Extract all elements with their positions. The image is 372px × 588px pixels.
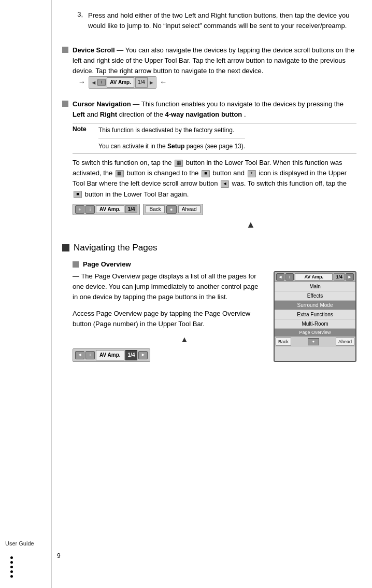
page-number: 9 xyxy=(57,552,61,559)
nav-dots xyxy=(10,556,13,578)
menu-item-effects: Effects xyxy=(275,291,355,301)
page-overview-cols: — The Page Overview page displays a list… xyxy=(73,271,356,362)
device-right-btn: ► xyxy=(346,273,354,281)
nav-pages-square xyxy=(62,244,69,251)
cursor-nav-para: To switch this function on, tap the ▦ bu… xyxy=(73,158,356,200)
page-overview-header: Page Overview xyxy=(73,260,356,268)
cursor-nav-device-label: AV Amp. xyxy=(96,205,124,213)
right-bold: Right xyxy=(100,110,117,118)
device-page-num: 1/4 xyxy=(334,273,345,281)
period: . xyxy=(244,110,246,118)
cursor-nav-section: Cursor Navigation — This function enable… xyxy=(62,99,356,230)
switch-changed-icon: ■ xyxy=(202,170,210,177)
nav-dot-5 xyxy=(10,575,13,578)
device-scroll-title: Device Scroll xyxy=(73,46,115,54)
cursor-nav-page-num: 1/4 xyxy=(125,205,138,213)
menu-item-surround: Surround Mode xyxy=(275,301,355,310)
menu-item-multi: Multi-Room xyxy=(275,319,355,329)
switch-off-icon: ■ xyxy=(74,191,82,198)
device-scroll-body: Device Scroll — You can also navigate th… xyxy=(73,45,356,89)
switch-activated-icon: ▦ xyxy=(116,170,124,177)
content-area: 3, Press and hold either of the two Left… xyxy=(52,0,372,588)
device-menu-items: Main Effects Surround Mode Extra Functio… xyxy=(275,282,355,329)
cursor-nav-toolbar-row: + i AV Amp. 1/4 Back ● Ahead xyxy=(73,204,356,215)
device-screen: ◄ i AV Amp. 1/4 ► Main Effects Surround … xyxy=(274,271,356,362)
device-amp-label: AV Amp. xyxy=(295,273,333,281)
device-scroll-section: Device Scroll — You can also navigate th… xyxy=(62,45,356,89)
device-bottom-bar: Back ● Ahead xyxy=(275,336,355,347)
bottom-left-arrow: ◄ xyxy=(75,351,84,359)
bottom-info-btn: i xyxy=(85,351,95,359)
note-line2-end: pages (see page 13). xyxy=(187,143,245,150)
left-bold: Left xyxy=(73,110,85,118)
center-nav-icon: ● xyxy=(166,205,177,214)
nav-pages-title: Navigating the Pages xyxy=(74,243,158,253)
step-3-block: 3, Press and hold either of the two Left… xyxy=(62,10,356,31)
device-scroll-square xyxy=(62,47,68,53)
right-arrow-icon: ► xyxy=(149,78,154,87)
cursor-nav-toolbar-right: Back ● Ahead xyxy=(143,204,203,215)
page-container: User Guide 3, Press and hold either of t… xyxy=(0,0,372,588)
nav-dot-4 xyxy=(10,570,13,573)
note-line1: This function is deactivated by the fact… xyxy=(98,125,245,135)
bottom-arrow-up: ▲ xyxy=(104,333,265,346)
user-guide-label: User Guide xyxy=(5,540,34,547)
left-scroll-icon: ◄ xyxy=(221,180,229,188)
nav-dot-2 xyxy=(10,561,13,564)
device-back-btn: Back xyxy=(276,338,291,346)
cursor-display-icon: + xyxy=(248,170,256,177)
cursor-nav-square xyxy=(62,101,68,107)
nav-dot-3 xyxy=(10,566,13,568)
cursor-nav-toolbar-left: + i AV Amp. 1/4 xyxy=(73,204,140,215)
cursor-nav-info-btn: i xyxy=(85,205,95,214)
note-divider xyxy=(98,138,245,138)
note-label: Note xyxy=(73,125,93,151)
ahead-btn: Ahead xyxy=(178,205,201,213)
menu-item-extra: Extra Functions xyxy=(275,310,355,319)
and-text: and xyxy=(87,110,99,118)
step-3-text: Press and hold either of the two Left an… xyxy=(88,10,356,31)
page-overview-block: Page Overview — The Page Overview page d… xyxy=(73,260,356,362)
cursor-nav-body: Cursor Navigation — This function enable… xyxy=(73,99,356,120)
nav-pages-header: Navigating the Pages xyxy=(62,243,356,253)
toolbar-device-label: AV Amp. xyxy=(107,77,134,88)
device-scroll-toolbar: ◄ i AV Amp. 1/4 ► xyxy=(89,76,156,89)
note-line2-text: You can activate it in the xyxy=(98,143,167,150)
switch-on-icon: ▦ xyxy=(175,160,183,167)
device-scroll-inline-toolbar: → ◄ i AV Amp. 1/4 ► ← xyxy=(73,78,167,86)
device-toolbar-top: ◄ i AV Amp. 1/4 ► xyxy=(275,272,355,282)
device-info-btn: i xyxy=(285,273,294,281)
page-overview-body2: Access Page Overview page by tapping the… xyxy=(73,309,265,329)
page-overview-text: — The Page Overview page displays a list… xyxy=(73,271,265,362)
bottom-device-label: AV Amp. xyxy=(96,350,124,360)
page-overview-title: Page Overview xyxy=(83,260,131,268)
page-overview-body1: — The Page Overview page displays a list… xyxy=(73,271,265,302)
nav-dot-1 xyxy=(10,556,13,559)
direction-text: direction of the xyxy=(119,110,165,118)
device-ahead-btn: Ahead xyxy=(336,338,354,346)
note-block: Note This function is deactivated by the… xyxy=(73,123,356,153)
cursor-nav-cursor-btn: + xyxy=(75,205,84,214)
left-margin: User Guide xyxy=(0,0,52,588)
bottom-right-arrow: ► xyxy=(138,351,148,359)
bottom-toolbar-sim: ◄ i AV Amp. 1/4 ► xyxy=(73,348,265,362)
setup-bold: Setup xyxy=(167,143,184,150)
device-center-btn: ● xyxy=(308,338,319,345)
left-arrow-icon: ◄ xyxy=(91,78,96,87)
info-icon: i xyxy=(97,79,106,86)
page-overview-device-label: Page Overview xyxy=(275,329,355,336)
note-line2: You can activate it in the Setup pages (… xyxy=(98,142,245,151)
page-overview-square xyxy=(73,261,79,268)
note-content: This function is deactivated by the fact… xyxy=(98,125,245,151)
four-way-bold: 4-way navigation button xyxy=(165,110,242,118)
step-3-number: 3, xyxy=(67,10,83,31)
bottom-page-highlighted: 1/4 xyxy=(125,350,138,360)
cursor-nav-arrow: ▲ xyxy=(145,219,356,230)
bottom-toolbar-left: ◄ i AV Amp. 1/4 ► xyxy=(73,348,150,362)
device-left-btn: ◄ xyxy=(276,273,284,281)
toolbar-page-num: 1/4 xyxy=(135,77,148,88)
cursor-nav-title: Cursor Navigation xyxy=(73,100,131,108)
device-scroll-text: — You can also navigate the devices by t… xyxy=(73,46,354,75)
menu-item-main: Main xyxy=(275,282,355,291)
back-btn: Back xyxy=(146,205,164,213)
